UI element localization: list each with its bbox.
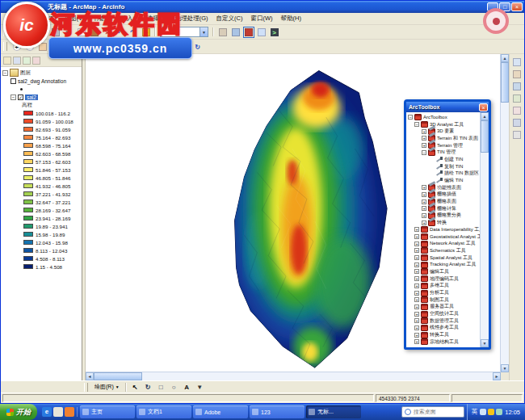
chevron-down-icon[interactable]: ▼ [200, 27, 208, 36]
menu-item[interactable]: 窗口(W) [246, 14, 276, 23]
toolbox-tree-item[interactable]: − 3D Analyst 工具 [407, 121, 480, 128]
expand-collapse-icon[interactable]: + [414, 291, 419, 296]
expand-collapse-icon[interactable]: + [414, 312, 419, 317]
toolbar-button[interactable] [216, 27, 229, 37]
legend-color-chip[interactable] [23, 135, 33, 140]
scroll-right-icon[interactable]: ► [493, 372, 501, 380]
legend-color-chip[interactable] [23, 208, 33, 212]
toolbar-button[interactable] [511, 93, 523, 103]
toolbar-button[interactable] [511, 81, 523, 91]
legend-row[interactable]: 12.043 - 15.98 [2, 238, 82, 246]
arctoolbox-scrollbar[interactable]: ▲ ▼ [480, 112, 489, 347]
toolbox-tree-item[interactable]: + 线性参考工具 [407, 325, 480, 332]
toc-layers-root[interactable]: − 图层 [2, 69, 82, 77]
toolbox-tree-item[interactable]: + 栅格计算 [407, 205, 480, 212]
toolbar-button[interactable] [511, 57, 523, 67]
taskbar-window-button[interactable]: Adobe [193, 405, 248, 418]
expand-collapse-icon[interactable]: − [422, 150, 426, 155]
toolbox-tree-item[interactable]: + 分析工具 [407, 289, 480, 296]
legend-row[interactable]: 15.98 - 19.89 [2, 230, 82, 238]
toolbox-tree-item[interactable]: + 服务器工具 [407, 304, 480, 311]
legend-row[interactable]: 1.15 - 4.508 [2, 262, 82, 271]
expand-collapse-icon[interactable]: + [422, 136, 426, 141]
toolbox-tree-item[interactable]: + 栅格重分类 [407, 212, 480, 220]
legend-row[interactable]: 19.89 - 23.941 [2, 222, 82, 230]
toolbox-tree-item[interactable]: + 多维工具 [407, 283, 480, 290]
map-vertical-scrollbar[interactable]: ▲ ▼ [500, 54, 509, 372]
expand-collapse-icon[interactable]: + [414, 276, 419, 281]
layer-checkbox[interactable]: ✓ [18, 94, 23, 100]
list-by-source-icon[interactable] [13, 57, 21, 65]
draw-menu-button[interactable]: 绘图(R) ▼ [91, 383, 123, 391]
legend-row[interactable]: 82.693 - 91.059 [2, 125, 82, 133]
menu-item[interactable]: 帮助(H) [277, 14, 305, 23]
toolbox-tree-item[interactable]: + Geostatistical Analyst 工具 [407, 233, 480, 241]
toc-layer-annotation[interactable]: sal2_dwg Annotation [2, 77, 82, 85]
expand-collapse-icon[interactable]: + [422, 200, 426, 204]
volume-icon[interactable] [480, 409, 486, 415]
legend-row[interactable]: 91.059 - 100.018 [2, 117, 82, 125]
expand-collapse-icon[interactable]: + [414, 284, 419, 288]
scrollbar-thumb[interactable] [481, 120, 489, 153]
toolbox-tree-item[interactable]: + Data Interoperability 工具 [407, 226, 480, 233]
legend-row[interactable]: 68.598 - 75.164 [2, 141, 82, 149]
legend-color-chip[interactable] [23, 143, 33, 148]
toolbar-grip[interactable] [3, 42, 7, 51]
expand-collapse-icon[interactable]: − [408, 115, 413, 120]
show-desktop-icon[interactable] [53, 407, 63, 417]
legend-color-chip[interactable] [23, 167, 33, 172]
toolbox-tree-item[interactable]: + Terrain 和 TIN 表面 [407, 135, 480, 142]
arctoolbox-title-bar[interactable]: ArcToolbox × [406, 102, 489, 112]
list-by-selection-icon[interactable] [32, 57, 40, 65]
expand-collapse-icon[interactable]: + [414, 242, 419, 246]
legend-row[interactable]: 4.508 - 8.113 [2, 254, 82, 262]
internet-explorer-icon[interactable]: e [42, 407, 52, 417]
toolbox-tree-item[interactable]: + 宗地结构工具 [407, 338, 480, 346]
legend-color-chip[interactable] [23, 119, 33, 124]
expand-collapse-icon[interactable]: + [414, 248, 419, 253]
toolbox-tree-item[interactable]: 描绘 TIN 数据区 [407, 170, 480, 178]
scrollbar-thumb[interactable] [94, 372, 142, 380]
toolbar-button[interactable]: ▼ [194, 382, 206, 393]
list-by-visibility-icon[interactable] [23, 57, 31, 65]
toolbar-button[interactable]: ↻ [191, 41, 204, 52]
legend-color-chip[interactable] [23, 200, 33, 204]
legend-row[interactable]: 100.018 - 116.2 [2, 109, 82, 117]
toolbox-tree-item[interactable]: 复制 TIN [407, 163, 480, 170]
toolbox-tree-item[interactable]: + 地理编码工具 [407, 275, 480, 283]
toolbox-tree-item[interactable]: − TIN 管理 [407, 149, 480, 156]
close-button[interactable]: × [511, 2, 523, 11]
security-shield-icon[interactable] [488, 409, 494, 415]
toolbar-button[interactable]: ↖ [129, 382, 141, 393]
legend-color-chip[interactable] [23, 248, 33, 253]
legend-row[interactable]: 62.603 - 68.598 [2, 149, 82, 158]
legend-row[interactable]: 57.153 - 62.603 [2, 158, 82, 166]
toolbar-button[interactable]: ○ [168, 382, 180, 393]
legend-color-chip[interactable] [23, 216, 33, 220]
toolbox-tree-item[interactable]: 编辑 TIN [407, 177, 480, 184]
expand-collapse-icon[interactable]: + [414, 227, 419, 232]
taskbar-window-button[interactable]: 主页 [80, 405, 135, 418]
expand-collapse-icon[interactable]: + [422, 143, 426, 148]
expand-collapse-icon[interactable]: + [422, 213, 426, 218]
expand-collapse-icon[interactable]: + [414, 255, 419, 260]
legend-color-chip[interactable] [23, 232, 33, 237]
menu-item[interactable]: 自定义(C) [212, 14, 247, 23]
scroll-up-icon[interactable]: ▲ [481, 112, 489, 120]
toolbox-tree-item[interactable]: + Terrain 管理 [407, 142, 480, 149]
toolbox-tree-item[interactable]: + 制图工具 [407, 296, 480, 304]
scroll-down-icon[interactable]: ▼ [481, 339, 489, 347]
scrollbar-thumb[interactable] [501, 62, 509, 103]
language-indicator[interactable]: 英 [472, 408, 478, 416]
expand-collapse-icon[interactable]: + [414, 339, 419, 344]
toolbox-tree-item[interactable]: − ArcToolbox [407, 114, 480, 121]
expand-collapse-icon[interactable]: + [422, 129, 426, 134]
toolbar-button[interactable]: ↻ [142, 382, 154, 393]
map-horizontal-scrollbar[interactable]: ◄ ► [86, 372, 501, 380]
scroll-up-icon[interactable]: ▲ [501, 54, 509, 62]
expand-collapse-icon[interactable]: + [414, 297, 419, 302]
toolbox-tree-item[interactable]: + 转换 [407, 219, 480, 226]
legend-color-chip[interactable] [23, 183, 33, 188]
toolbox-tree-item[interactable]: + 编辑工具 [407, 268, 480, 275]
legend-row[interactable]: 46.805 - 51.846 [2, 174, 82, 182]
